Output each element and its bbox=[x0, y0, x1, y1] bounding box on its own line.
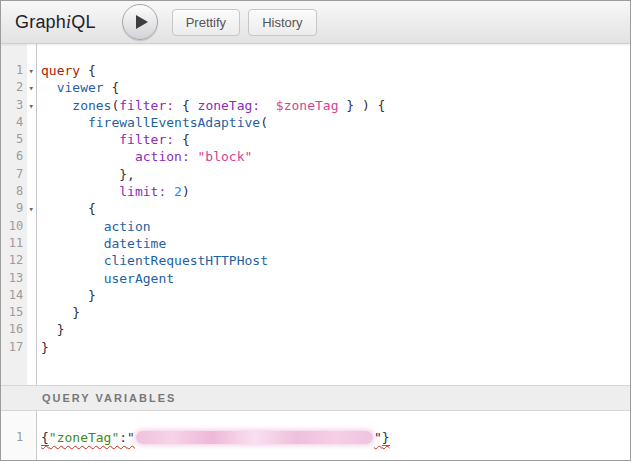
code-line[interactable]: zones(filter: { zoneTag: $zoneTag } ) { bbox=[41, 97, 630, 114]
execute-query-button[interactable] bbox=[122, 4, 158, 40]
line-number: 16 bbox=[1, 321, 26, 338]
code-segment bbox=[41, 80, 57, 95]
code-segment bbox=[41, 219, 104, 234]
gutter-row: 15 bbox=[1, 304, 36, 321]
code-line[interactable]: filter: { bbox=[41, 131, 630, 148]
query-variables-title-bar[interactable]: QUERY VARIABLES bbox=[1, 385, 630, 411]
code-segment: ( bbox=[260, 115, 268, 130]
code-line[interactable]: action: "block" bbox=[41, 148, 630, 165]
code-segment: datetime bbox=[104, 236, 167, 251]
code-segment: clientRequestHTTPHost bbox=[104, 253, 268, 268]
code-segment bbox=[190, 149, 198, 164]
gutter-row: 14 bbox=[1, 287, 36, 304]
code-segment: 2 bbox=[174, 184, 182, 199]
code-segment bbox=[41, 115, 88, 130]
fold-arrow-icon[interactable]: ▾ bbox=[26, 201, 36, 218]
code-segment: ) bbox=[182, 184, 190, 199]
gutter-row: 8 bbox=[1, 183, 36, 200]
graphiql-window: GraphiQL Prettify History 1▾2▾3▾456789▾1… bbox=[0, 0, 631, 461]
code-segment bbox=[41, 253, 104, 268]
code-segment: userAgent bbox=[104, 271, 174, 286]
code-line[interactable]: userAgent bbox=[41, 270, 630, 287]
code-segment: } bbox=[41, 340, 49, 355]
code-segment bbox=[166, 184, 174, 199]
line-number: 14 bbox=[1, 287, 26, 304]
code-segment: action: bbox=[135, 149, 190, 164]
gutter-row: 11 bbox=[1, 235, 36, 252]
code-line[interactable]: {"zoneTag":""} bbox=[41, 429, 630, 446]
code-line[interactable]: limit: 2) bbox=[41, 183, 630, 200]
code-segment: " bbox=[127, 430, 135, 445]
code-segment: "block" bbox=[198, 149, 253, 164]
line-number: 17 bbox=[1, 339, 26, 356]
fold-arrow-icon[interactable]: ▾ bbox=[26, 63, 36, 80]
code-segment: { bbox=[174, 98, 197, 113]
gutter-row: 4 bbox=[1, 114, 36, 131]
gutter-row: 5 bbox=[1, 131, 36, 148]
code-line[interactable]: { bbox=[41, 200, 630, 217]
code-line[interactable]: query { bbox=[41, 62, 630, 79]
line-number: 15 bbox=[1, 304, 26, 321]
code-segment bbox=[41, 271, 104, 286]
code-segment bbox=[41, 149, 135, 164]
code-segment: { bbox=[174, 132, 190, 147]
code-segment bbox=[41, 98, 72, 113]
code-segment: } bbox=[41, 288, 96, 303]
code-segment: viewer bbox=[57, 80, 104, 95]
code-segment: limit: bbox=[119, 184, 166, 199]
fold-arrow-icon[interactable]: ▾ bbox=[26, 80, 36, 97]
gutter-row: 6 bbox=[1, 148, 36, 165]
code-line[interactable]: action bbox=[41, 218, 630, 235]
code-line[interactable]: clientRequestHTTPHost bbox=[41, 252, 630, 269]
prettify-button[interactable]: Prettify bbox=[172, 9, 240, 36]
code-line[interactable]: viewer { bbox=[41, 79, 630, 96]
code-segment: { bbox=[104, 80, 120, 95]
gutter-row: 2▾ bbox=[1, 79, 36, 96]
query-editor-gutter: 1▾2▾3▾456789▾1011121314151617 bbox=[1, 44, 37, 385]
query-editor: 1▾2▾3▾456789▾1011121314151617 query { vi… bbox=[1, 44, 630, 385]
fold-arrow-icon[interactable]: ▾ bbox=[26, 98, 36, 115]
code-segment: $zoneTag bbox=[276, 98, 339, 113]
code-segment bbox=[260, 98, 276, 113]
code-segment: action bbox=[104, 219, 151, 234]
query-editor-code-area[interactable]: query { viewer { zones(filter: { zoneTag… bbox=[37, 44, 630, 385]
gutter-row: 7 bbox=[1, 166, 36, 183]
code-segment: firewallEventsAdaptive bbox=[88, 115, 260, 130]
gutter-row: 12 bbox=[1, 252, 36, 269]
line-number: 3 bbox=[1, 97, 26, 114]
code-segment: } bbox=[382, 430, 390, 446]
line-number: 12 bbox=[1, 252, 26, 269]
code-segment: " bbox=[374, 430, 382, 445]
code-segment: "zoneTag" bbox=[49, 430, 119, 445]
toolbar: GraphiQL Prettify History bbox=[1, 1, 630, 44]
gutter-row: 1▾ bbox=[1, 62, 36, 79]
gutter-row: 3▾ bbox=[1, 97, 36, 114]
line-number: 1 bbox=[1, 429, 26, 446]
line-number: 13 bbox=[1, 270, 26, 287]
query-variables-title: QUERY VARIABLES bbox=[42, 392, 176, 404]
history-button[interactable]: History bbox=[248, 9, 316, 36]
code-line[interactable]: } bbox=[41, 321, 630, 338]
code-line[interactable]: }, bbox=[41, 166, 630, 183]
code-line[interactable]: } bbox=[41, 339, 630, 356]
code-line[interactable]: datetime bbox=[41, 235, 630, 252]
gutter-row: 1 bbox=[1, 429, 36, 446]
code-segment: filter: bbox=[119, 98, 174, 113]
app-title: GraphiQL bbox=[15, 12, 96, 33]
gutter-row: 9▾ bbox=[1, 200, 36, 217]
code-segment: } ) { bbox=[338, 98, 385, 113]
variables-editor-code-area[interactable]: {"zoneTag":""} bbox=[37, 411, 630, 460]
line-number: 11 bbox=[1, 235, 26, 252]
code-line[interactable]: firewallEventsAdaptive( bbox=[41, 114, 630, 131]
line-number: 8 bbox=[1, 183, 26, 200]
code-segment bbox=[41, 184, 119, 199]
code-segment: query bbox=[41, 63, 80, 78]
line-number: 5 bbox=[1, 131, 26, 148]
variables-editor: 1 {"zoneTag":""} bbox=[1, 411, 630, 460]
line-number: 10 bbox=[1, 218, 26, 235]
code-line[interactable]: } bbox=[41, 287, 630, 304]
code-segment: { bbox=[41, 201, 96, 216]
code-line[interactable]: } bbox=[41, 304, 630, 321]
code-segment: { bbox=[41, 430, 49, 446]
variables-editor-gutter: 1 bbox=[1, 411, 37, 460]
